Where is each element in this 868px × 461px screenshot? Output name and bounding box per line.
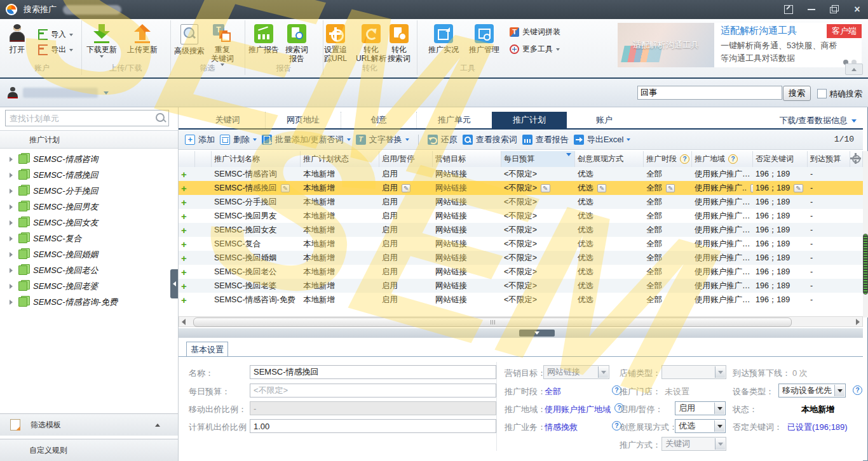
scroll-left-arrow[interactable] [182, 319, 186, 325]
plan-name-cell[interactable]: SEMSC-挽回婚姻 [212, 251, 301, 265]
onoff-cell[interactable]: 启用 [379, 279, 433, 293]
download-update-button[interactable]: 下载更新 [86, 24, 117, 58]
table-row[interactable]: + SEMSC-情感咨询 本地新增 启用 网站链接 <不限定> 优选 全部 使用… [179, 167, 863, 181]
plan-name-cell[interactable]: SEMSC-分手挽回 [212, 195, 301, 209]
set-tracking-url-button[interactable]: 设置追 踪URL [324, 24, 347, 63]
negative-keywords-cell[interactable]: 196；189 [753, 237, 808, 251]
pc-bid-field[interactable] [250, 419, 496, 433]
expand-arrow-icon[interactable] [10, 268, 13, 273]
plan-tree-item[interactable]: SEMSC-挽回老婆 [0, 278, 178, 294]
daily-budget-field[interactable] [250, 384, 496, 398]
negative-keywords-cell[interactable]: 196；189 [753, 223, 808, 237]
tab-keywords[interactable]: 关键词 [190, 112, 265, 128]
negative-keywords-cell[interactable]: 196；189 [753, 265, 808, 279]
plan-tree-item[interactable]: SEMSC-挽回女友 [0, 215, 178, 230]
display-mode-cell[interactable]: 优选 [575, 279, 644, 293]
budget-cell[interactable]: <不限定> [501, 237, 575, 251]
region-cell[interactable]: 使用账户推广… [692, 279, 753, 293]
plan-tree-item[interactable]: SEMSC-情感咨询 [0, 151, 178, 167]
period-cell[interactable]: 全部 [644, 237, 692, 251]
horizontal-scrollbar[interactable] [179, 316, 863, 327]
expand-arrow-icon[interactable] [10, 300, 13, 305]
negative-keywords-cell[interactable]: 196；189 [753, 181, 808, 195]
region-cell[interactable]: 使用账户推广… [692, 293, 753, 307]
col-display-mode[interactable]: 创意展现方式 [575, 151, 644, 167]
plan-tree-item[interactable]: SEMSC-分手挽回 [0, 183, 178, 199]
display-mode-cell[interactable]: 优选 [575, 209, 644, 223]
search-icon[interactable] [156, 113, 165, 122]
col-negative-keywords[interactable]: 否定关键词 [753, 151, 808, 167]
chevron-down-icon[interactable] [104, 91, 109, 95]
table-row[interactable]: + SEMSC-复合 本地新增 启用 网站链接 <不限定> 优选 全部 使用账户… [179, 237, 863, 251]
plan-name-cell[interactable]: SEMSC-挽回老婆 [212, 279, 301, 293]
onoff-cell[interactable]: 启用 [379, 195, 433, 209]
add-unit-cell[interactable]: + [179, 181, 195, 195]
region-cell[interactable]: 使用账户推广… [692, 195, 753, 209]
plan-tree-item[interactable]: SEMSC-挽回老公 [0, 262, 178, 278]
help-icon[interactable]: ? [853, 385, 862, 395]
display-mode-cell[interactable]: 优选 [575, 265, 644, 279]
add-button[interactable]: 添加 [185, 134, 215, 145]
name-field[interactable] [250, 365, 496, 379]
budget-cell[interactable]: <不限定> [501, 293, 575, 307]
period-cell[interactable]: 全部 [644, 251, 692, 265]
col-onoff[interactable]: 启用/暂停 [379, 151, 433, 167]
expand-arrow-icon[interactable] [10, 220, 13, 225]
vertical-scrollbar-thumb[interactable] [863, 234, 868, 295]
promotion-live-button[interactable]: 推广实况 [428, 24, 459, 54]
budget-cell[interactable]: <不限定> [501, 167, 575, 181]
plan-tree-item[interactable]: SEMSC-复合 [0, 230, 178, 246]
display-mode-cell[interactable]: 优选 [575, 223, 644, 237]
onoff-cell[interactable]: 启用 [379, 293, 433, 307]
duplicate-keywords-button[interactable]: 重复 关键词 [211, 24, 234, 66]
table-row[interactable]: + SEMSC-挽回男友 本地新增 启用 网站链接 <不限定> 优选 全部 使用… [179, 209, 863, 223]
plan-name-cell[interactable]: SEMSC-挽回女友 [212, 223, 301, 237]
table-row[interactable]: + SEMSC-情感挽回 本地新增 启用 网站链接 <不限定> 优选 全部 使用… [179, 181, 863, 195]
tab-plans[interactable]: 推广计划 [492, 112, 567, 128]
export-excel-button[interactable]: 导出Excel [574, 134, 631, 145]
region-cell[interactable]: 使用账户推广… [692, 167, 753, 181]
budget-cell[interactable]: <不限定> [501, 279, 575, 293]
minimize-button[interactable] [804, 3, 818, 16]
open-account-button[interactable]: 打开 [9, 24, 25, 54]
promotion-manage-button[interactable]: 推广管理 [469, 24, 499, 54]
search-term-report-button[interactable]: 搜索词 报告 [285, 24, 308, 63]
plan-name-cell[interactable]: SEMSC-复合 [212, 237, 301, 251]
vertical-scrollbar[interactable] [863, 151, 868, 317]
period-cell[interactable]: 全部 [644, 181, 692, 195]
promo-card[interactable]: 适配解析沟通工具 适配解析沟通工具 客户端 一键解析商务通、53快服、商桥 等沟… [618, 23, 862, 67]
negative-keywords-cell[interactable]: 196；189 [753, 279, 808, 293]
batch-negative-button[interactable]: 批量添加/更新否词 [262, 134, 351, 145]
region-cell[interactable]: 使用账户推广… [692, 209, 753, 223]
budget-cell[interactable]: <不限定> [501, 209, 575, 223]
period-cell[interactable]: 全部 [644, 195, 692, 209]
column-settings-button[interactable] [850, 151, 863, 167]
close-button[interactable]: × [850, 3, 864, 16]
negative-keywords-cell[interactable]: 196；189 [753, 167, 808, 181]
negative-keywords-cell[interactable]: 196；189 [753, 293, 808, 307]
tab-basic-settings[interactable]: 基本设置 [186, 342, 228, 357]
onoff-select[interactable]: 启用 [675, 401, 726, 415]
text-replace-button[interactable]: 文字替换 [356, 134, 409, 145]
add-unit-cell[interactable]: + [179, 265, 195, 279]
promo-title-link[interactable]: 适配解析沟通工具 [721, 25, 797, 36]
col-goal[interactable]: 营销目标 [433, 151, 501, 167]
region-cell[interactable]: 使用账户推广… [692, 265, 753, 279]
tab-account[interactable]: 账户 [567, 112, 642, 128]
expand-arrow-icon[interactable] [10, 284, 13, 289]
plan-tree-item[interactable]: SEMSC-情感咨询-免费 [0, 294, 178, 310]
table-row[interactable]: + SEMSC-分手挽回 本地新增 启用 网站链接 <不限定> 优选 全部 使用… [179, 195, 863, 209]
account-search-input[interactable] [637, 86, 782, 100]
region-cell[interactable]: 使用账户推广.. [692, 181, 753, 195]
horizontal-scrollbar-thumb[interactable] [193, 317, 792, 327]
expand-arrow-icon[interactable] [10, 236, 13, 241]
help-icon[interactable]: ? [680, 154, 689, 164]
delete-button[interactable]: 删除 [220, 134, 257, 145]
col-plan-name[interactable]: 推广计划名称 [212, 151, 301, 167]
period-cell[interactable]: 全部 [644, 293, 692, 307]
promotion-report-button[interactable]: 推广报告 [248, 24, 279, 54]
add-unit-cell[interactable]: + [179, 167, 195, 181]
add-unit-cell[interactable]: + [179, 209, 195, 223]
panel-splitter[interactable] [179, 328, 863, 338]
add-unit-cell[interactable]: + [179, 293, 195, 307]
